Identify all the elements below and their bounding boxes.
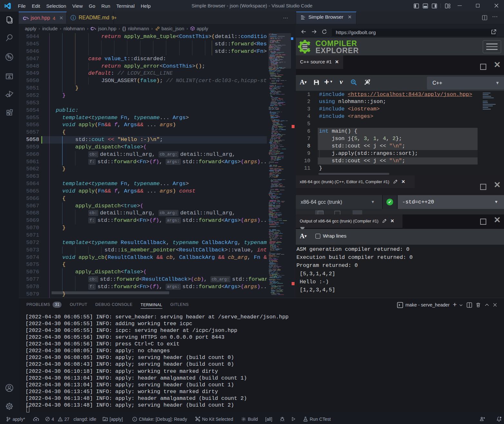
svg-text:+: +	[95, 28, 96, 31]
svg-text:+: +	[27, 17, 29, 20]
